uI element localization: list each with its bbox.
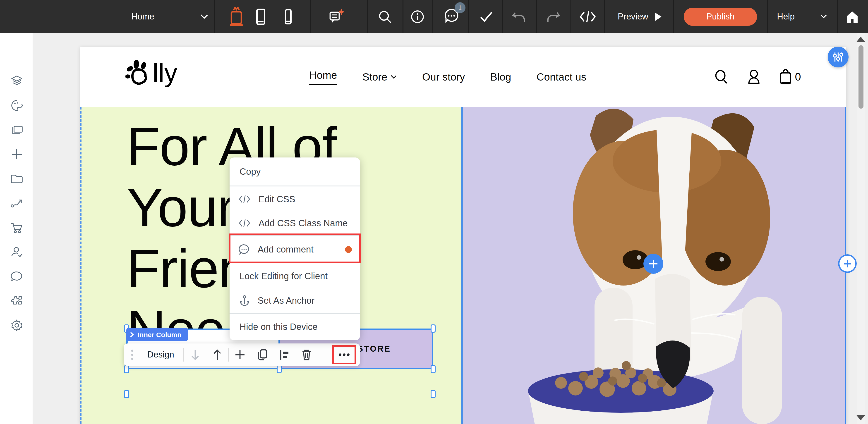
sidebar-theme-button[interactable] <box>0 96 33 116</box>
site-logo-text: lly <box>153 60 178 86</box>
inner-column-tag[interactable]: Inner Column <box>126 328 188 341</box>
search-tool-button[interactable] <box>372 0 398 33</box>
menu-item-copy[interactable]: Copy <box>229 158 360 186</box>
selection-handle[interactable] <box>277 365 282 373</box>
delete-button[interactable] <box>295 344 317 366</box>
selection-handle[interactable] <box>431 390 436 398</box>
arrow-up-icon <box>213 349 222 361</box>
add-element-button[interactable] <box>643 254 663 274</box>
scroll-up-arrow[interactable] <box>856 37 865 42</box>
dashboard-home-button[interactable] <box>839 0 865 33</box>
sidebar-store-button[interactable] <box>0 218 33 237</box>
align-icon <box>279 349 289 360</box>
sidebar-layers-button[interactable] <box>0 71 33 91</box>
help-label: Help <box>777 11 795 22</box>
site-nav-contact-us[interactable]: Contact us <box>536 71 586 83</box>
chevron-down-icon <box>820 14 827 19</box>
comments-button[interactable]: 1 <box>438 0 465 33</box>
redo-button[interactable] <box>540 0 566 33</box>
design-button-label: Design <box>147 350 174 360</box>
tablet-icon <box>256 8 265 25</box>
duplicate-button[interactable] <box>251 344 273 366</box>
column-divider-line[interactable] <box>461 107 463 424</box>
site-logo[interactable]: lly <box>125 60 178 88</box>
tablet-view-button[interactable] <box>249 0 272 33</box>
info-icon <box>411 10 424 23</box>
menu-item-lock-editing[interactable]: Lock Editing for Client <box>229 264 360 288</box>
divider <box>536 0 537 33</box>
move-up-button[interactable] <box>206 344 228 366</box>
adjust-settings-button[interactable] <box>828 46 848 67</box>
vertical-scrollbar[interactable] <box>857 33 865 424</box>
align-button[interactable] <box>273 344 295 366</box>
selection-handle[interactable] <box>124 365 129 373</box>
move-down-button[interactable] <box>184 344 206 366</box>
sidebar-pages-button[interactable] <box>0 120 33 140</box>
add-section-button[interactable] <box>838 254 857 273</box>
drag-handle[interactable] <box>126 344 138 366</box>
menu-item-add-css-class[interactable]: Add CSS Class Name <box>229 212 360 234</box>
trash-icon <box>301 349 311 361</box>
site-header-icons: 0 <box>714 47 801 107</box>
inner-column-tag-label: Inner Column <box>138 331 181 338</box>
scrollbar-thumb[interactable] <box>859 45 864 108</box>
selection-handle[interactable] <box>431 324 436 333</box>
divider <box>403 0 403 33</box>
scroll-down-arrow[interactable] <box>856 415 865 420</box>
mobile-icon <box>285 9 291 24</box>
editor-left-sidebar <box>0 33 33 424</box>
site-account-icon[interactable] <box>747 70 761 84</box>
add-button[interactable] <box>229 344 251 366</box>
code-mode-button[interactable] <box>575 0 600 33</box>
sidebar-workflows-button[interactable] <box>0 193 33 213</box>
menu-item-edit-css[interactable]: Edit CSS <box>229 187 360 212</box>
play-icon <box>655 12 662 21</box>
page-selector-dropdown[interactable]: Home <box>126 0 214 33</box>
sidebar-inbox-button[interactable] <box>0 266 33 287</box>
sidebar-media-button[interactable] <box>0 169 33 189</box>
paw-logo-icon <box>125 60 154 88</box>
site-header: lly Home Store Our story Blog Contact us <box>80 47 846 107</box>
feedback-button[interactable] <box>323 0 350 33</box>
site-nav-home[interactable]: Home <box>309 69 337 85</box>
menu-item-set-as-anchor[interactable]: Set As Anchor <box>229 288 360 313</box>
menu-item-hide-on-device[interactable]: Hide on this Device <box>229 314 360 339</box>
pages-icon <box>10 125 23 135</box>
sidebar-members-button[interactable] <box>0 242 33 262</box>
preview-button[interactable]: Preview <box>610 0 669 33</box>
layers-icon <box>11 75 23 87</box>
chevron-down-icon <box>200 14 208 19</box>
context-menu: Copy Edit CSS Add CSS Class Name Add com… <box>229 158 360 340</box>
site-nav-our-story[interactable]: Our story <box>422 71 465 83</box>
editor-topbar: Home <box>0 0 868 33</box>
selection-handle[interactable] <box>124 390 129 398</box>
divider <box>767 0 768 33</box>
site-cart-bag-icon <box>779 69 791 85</box>
publish-label: Publish <box>706 12 735 22</box>
sidebar-apps-button[interactable] <box>0 291 33 311</box>
info-button[interactable] <box>405 0 430 33</box>
desktop-view-button[interactable] <box>223 0 249 33</box>
publish-button[interactable]: Publish <box>684 8 757 26</box>
site-search-icon[interactable] <box>714 70 728 84</box>
divider <box>673 0 674 33</box>
design-button[interactable]: Design <box>138 344 183 366</box>
more-actions-button[interactable] <box>332 345 356 364</box>
anchor-icon <box>240 295 249 306</box>
comments-count-badge: 1 <box>455 2 465 13</box>
drag-dots-icon <box>131 349 133 361</box>
sidebar-settings-button[interactable] <box>0 316 33 335</box>
flow-arrow-icon <box>10 198 23 208</box>
site-nav-store[interactable]: Store <box>363 71 397 83</box>
divider <box>468 0 469 33</box>
mobile-view-button[interactable] <box>277 0 299 33</box>
undo-button[interactable] <box>506 0 532 33</box>
page-selector-label: Home <box>131 11 154 22</box>
help-dropdown[interactable]: Help <box>770 0 834 33</box>
preview-label: Preview <box>618 11 648 22</box>
selection-handle[interactable] <box>431 365 436 373</box>
sidebar-add-elements-button[interactable] <box>0 144 33 164</box>
site-cart-button[interactable]: 0 <box>779 69 801 85</box>
save-status-button[interactable] <box>474 0 499 33</box>
site-nav-blog[interactable]: Blog <box>490 71 511 83</box>
